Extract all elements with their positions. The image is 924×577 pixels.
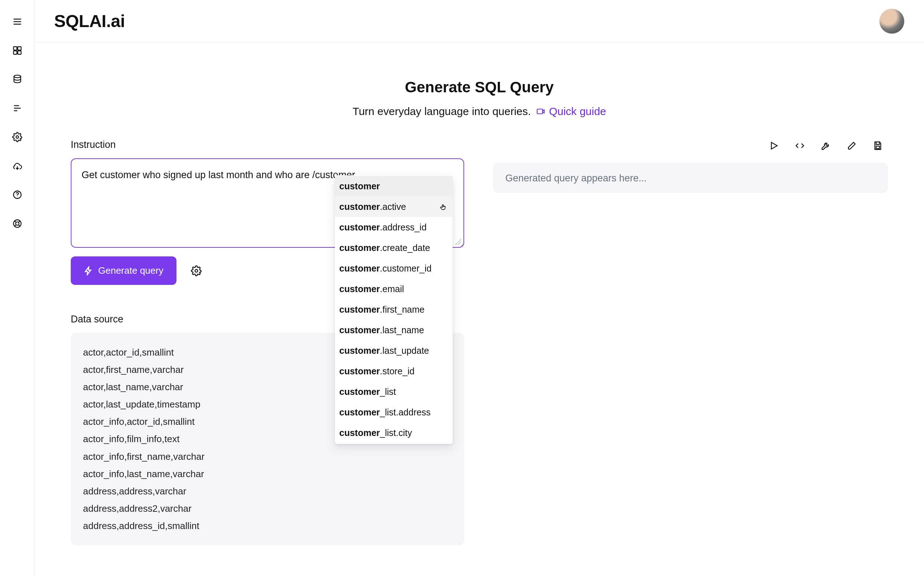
datasource-row: address,address2,varchar bbox=[83, 500, 452, 517]
autocomplete-item[interactable]: customer_list.address bbox=[335, 402, 452, 423]
svg-point-11 bbox=[195, 269, 198, 272]
datasource-row: address,address,varchar bbox=[83, 482, 452, 500]
autocomplete-item[interactable]: customer.last_name bbox=[335, 320, 452, 340]
svg-rect-10 bbox=[537, 109, 543, 114]
database-icon[interactable] bbox=[11, 74, 23, 85]
svg-point-5 bbox=[16, 136, 18, 139]
svg-rect-2 bbox=[13, 51, 16, 54]
autocomplete-popup: customercustomer.activecustomer.address_… bbox=[335, 175, 452, 444]
wrench-icon[interactable] bbox=[821, 141, 831, 152]
sidebar bbox=[0, 0, 35, 577]
autocomplete-item[interactable]: customer bbox=[335, 176, 452, 197]
instruction-label: Instruction bbox=[71, 139, 464, 150]
autocomplete-item[interactable]: customer_list bbox=[335, 382, 452, 402]
page-subtitle: Turn everyday language into queries. bbox=[353, 105, 531, 118]
generate-button[interactable]: Generate query bbox=[71, 256, 176, 285]
datasource-row: actor_info,first_name,varchar bbox=[83, 448, 452, 465]
logo[interactable]: SQLAI.ai bbox=[54, 11, 125, 31]
output-box: Generated query appears here... bbox=[493, 163, 888, 193]
output-placeholder: Generated query appears here... bbox=[505, 173, 647, 184]
generate-settings-icon[interactable] bbox=[191, 266, 202, 276]
quick-guide-link[interactable]: Quick guide bbox=[536, 105, 606, 118]
svg-point-7 bbox=[17, 197, 18, 197]
autocomplete-item[interactable]: customer.store_id bbox=[335, 361, 452, 382]
svg-rect-12 bbox=[876, 146, 879, 148]
autocomplete-item[interactable]: customer_list.city bbox=[335, 423, 452, 443]
topbar: SQLAI.ai bbox=[35, 0, 924, 43]
cloud-icon[interactable] bbox=[11, 160, 23, 172]
datasource-row: address,address_id,smallint bbox=[83, 517, 452, 534]
settings-icon[interactable] bbox=[11, 131, 23, 143]
avatar[interactable] bbox=[879, 9, 905, 34]
autocomplete-item[interactable]: customer.address_id bbox=[335, 217, 452, 238]
page-title: Generate SQL Query bbox=[71, 79, 888, 96]
svg-rect-3 bbox=[18, 51, 21, 54]
autocomplete-item[interactable]: customer.email bbox=[335, 279, 452, 299]
code-icon[interactable] bbox=[795, 141, 805, 152]
svg-point-9 bbox=[16, 222, 19, 225]
svg-point-4 bbox=[14, 75, 21, 77]
help-icon[interactable] bbox=[11, 189, 23, 200]
play-icon[interactable] bbox=[769, 141, 779, 152]
svg-rect-1 bbox=[18, 47, 21, 50]
autocomplete-item[interactable]: customer.customer_id bbox=[335, 258, 452, 279]
autocomplete-item[interactable]: customer.create_date bbox=[335, 238, 452, 258]
svg-rect-0 bbox=[13, 47, 16, 50]
cursor-icon bbox=[439, 203, 447, 211]
dashboard-icon[interactable] bbox=[11, 45, 23, 56]
autocomplete-item[interactable]: customer.last_update bbox=[335, 340, 452, 361]
generate-button-label: Generate query bbox=[98, 265, 163, 276]
list-icon[interactable] bbox=[11, 102, 23, 114]
save-icon[interactable] bbox=[873, 141, 883, 152]
instruction-value: Get customer who signed up last month an… bbox=[82, 169, 355, 180]
autocomplete-item[interactable]: customer.active bbox=[335, 197, 452, 217]
autocomplete-item[interactable]: customer.first_name bbox=[335, 299, 452, 320]
menu-icon[interactable] bbox=[11, 16, 23, 27]
edit-icon[interactable] bbox=[847, 141, 857, 152]
lifebuoy-icon[interactable] bbox=[11, 218, 23, 229]
quick-guide-label: Quick guide bbox=[549, 105, 606, 118]
datasource-row: actor_info,last_name,varchar bbox=[83, 465, 452, 482]
